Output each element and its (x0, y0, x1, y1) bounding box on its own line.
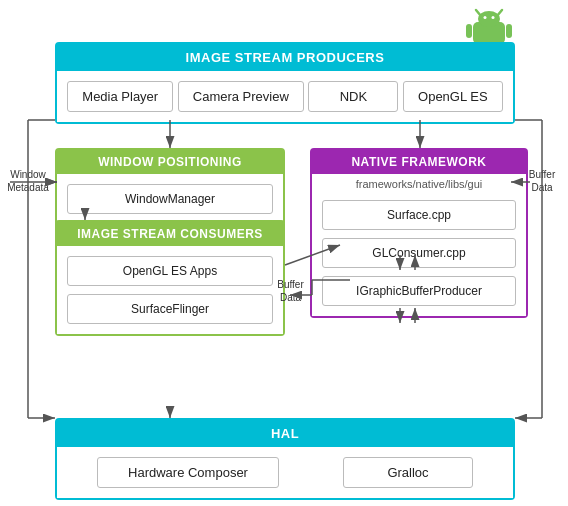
producers-box: IMAGE STREAM PRODUCERS Media Player Came… (55, 42, 515, 124)
native-framework-box: NATIVE FRAMEWORK frameworks/native/libs/… (310, 148, 528, 318)
consumers-box: IMAGE STREAM CONSUMERS OpenGL ES Apps Su… (55, 220, 285, 336)
native-glconsumer-cpp: GLConsumer.cpp (322, 238, 516, 268)
label-buffer-data-mid: Buffer Data (268, 278, 313, 304)
hal-hardware-composer: Hardware Composer (97, 457, 279, 488)
producer-opengl-es: OpenGL ES (403, 81, 503, 112)
consumers-header: IMAGE STREAM CONSUMERS (57, 222, 283, 246)
svg-point-4 (484, 16, 487, 19)
producer-media-player: Media Player (67, 81, 173, 112)
svg-rect-7 (506, 24, 512, 38)
window-manager-item: WindowManager (67, 184, 273, 214)
diagram-container: IMAGE STREAM PRODUCERS Media Player Came… (0, 0, 568, 506)
hal-gralloc: Gralloc (343, 457, 473, 488)
label-window-metadata: Window Metadata (2, 168, 54, 194)
hal-items: Hardware Composer Gralloc (57, 447, 513, 498)
svg-rect-6 (466, 24, 472, 38)
producers-header: IMAGE STREAM PRODUCERS (57, 44, 513, 71)
producer-camera-preview: Camera Preview (178, 81, 304, 112)
producer-ndk: NDK (308, 81, 398, 112)
window-positioning-header: WINDOW POSITIONING (57, 150, 283, 174)
window-positioning-box: WINDOW POSITIONING WindowManager (55, 148, 285, 226)
native-framework-content: Surface.cpp GLConsumer.cpp IGraphicBuffe… (312, 192, 526, 316)
consumers-content: OpenGL ES Apps SurfaceFlinger (57, 246, 283, 334)
label-buffer-data-right: Buffer Data (518, 168, 566, 194)
window-positioning-content: WindowManager (57, 174, 283, 224)
hal-box: HAL Hardware Composer Gralloc (55, 418, 515, 500)
consumer-opengl-es-apps: OpenGL ES Apps (67, 256, 273, 286)
svg-point-5 (492, 16, 495, 19)
producers-items: Media Player Camera Preview NDK OpenGL E… (57, 71, 513, 122)
svg-point-3 (478, 11, 500, 27)
hal-header: HAL (57, 420, 513, 447)
native-framework-header: NATIVE FRAMEWORK (312, 150, 526, 174)
native-surface-cpp: Surface.cpp (322, 200, 516, 230)
consumer-surface-flinger: SurfaceFlinger (67, 294, 273, 324)
native-framework-subheader: frameworks/native/libs/gui (312, 174, 526, 192)
native-igraphic-buffer-producer: IGraphicBufferProducer (322, 276, 516, 306)
